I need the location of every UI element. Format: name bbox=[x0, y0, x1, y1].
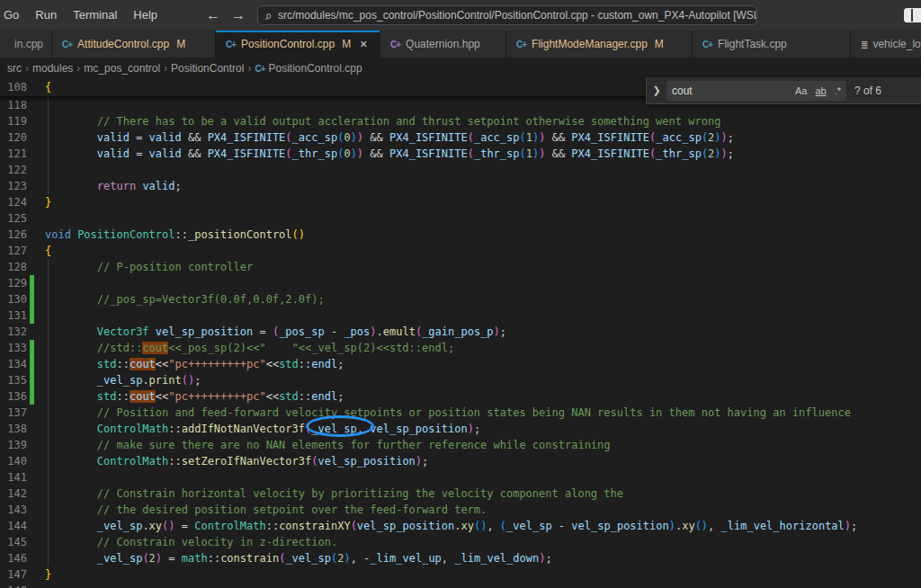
code-line[interactable]: 125 bbox=[0, 210, 921, 227]
line-number[interactable]: 123 bbox=[0, 178, 27, 194]
code-line[interactable]: 136 std::cout<<"pc+++++++++pc"<<std::end… bbox=[0, 388, 921, 405]
code-line[interactable]: 139 // make sure there are no NAN elemen… bbox=[0, 437, 921, 453]
code-line[interactable]: 140 ControlMath::setZeroIfNanVector3f(ve… bbox=[0, 453, 921, 469]
line-number[interactable]: 141 bbox=[0, 469, 27, 486]
back-arrow-icon[interactable]: ← bbox=[205, 7, 221, 23]
code-line[interactable]: 126void PositionControl::_positionContro… bbox=[0, 227, 921, 243]
match-case-toggle[interactable]: Aa bbox=[795, 85, 807, 96]
menu-terminal[interactable]: Terminal bbox=[65, 0, 125, 31]
gutter-change-bar bbox=[30, 340, 34, 356]
code-line[interactable]: 133 //std::cout<<_pos_sp(2)<<" "<<_vel_s… bbox=[0, 340, 921, 356]
code-line[interactable]: 130 //_pos_sp=Vector3f(0.0f,0.0f,2.0f); bbox=[0, 291, 921, 307]
code-line[interactable]: 127{ bbox=[0, 243, 921, 259]
line-number[interactable]: 121 bbox=[0, 146, 27, 162]
code-line[interactable]: 143 // the desired position setpoint ove… bbox=[0, 502, 921, 518]
tab-vehicle-local-pos[interactable]: ≣vehicle_local_pos bbox=[851, 31, 921, 58]
line-number[interactable]: 142 bbox=[0, 486, 27, 502]
code-line[interactable]: 135 _vel_sp.print(); bbox=[0, 372, 921, 388]
layout-panel-icon[interactable] bbox=[904, 8, 921, 22]
code-line[interactable]: 146 _vel_sp(2) = math::constrain(_vel_sp… bbox=[0, 550, 921, 566]
line-number[interactable]: 144 bbox=[0, 518, 27, 534]
line-number[interactable]: 146 bbox=[0, 550, 27, 566]
code-text: Vector3f vel_sp_position = (_pos_sp - _p… bbox=[45, 324, 506, 340]
code-line[interactable]: 129 bbox=[0, 275, 921, 291]
breadcrumb-item-mc_pos_control[interactable]: mc_pos_control bbox=[84, 62, 160, 75]
code-line[interactable]: 144 _vel_sp.xy() = ControlMath::constrai… bbox=[0, 518, 921, 534]
line-number[interactable]: 126 bbox=[0, 227, 27, 243]
line-number[interactable]: 140 bbox=[0, 453, 27, 469]
line-number[interactable]: 138 bbox=[0, 421, 27, 437]
line-number[interactable]: 137 bbox=[0, 405, 27, 421]
file-type-icon: C+ bbox=[62, 40, 72, 49]
code-line[interactable]: 147} bbox=[0, 566, 921, 583]
line-number[interactable]: 125 bbox=[0, 210, 27, 227]
code-line[interactable]: 131 bbox=[0, 307, 921, 324]
tab-label: vehicle_local_pos bbox=[872, 38, 921, 50]
breadcrumb-file[interactable]: PositionControl.cpp bbox=[269, 62, 362, 75]
code-line[interactable]: 134 std::cout<<"pc+++++++++pc"<<std::end… bbox=[0, 356, 921, 372]
tab-quaternion-hpp[interactable]: C+Quaternion.hpp bbox=[380, 31, 506, 58]
toggle-replace-chevron-icon[interactable]: ❯ bbox=[650, 85, 663, 96]
line-number[interactable]: 130 bbox=[0, 291, 27, 307]
code-lines: 118119 // There has to be a valid output… bbox=[0, 97, 921, 588]
line-number[interactable]: 143 bbox=[0, 502, 27, 518]
code-line[interactable]: 121 valid = valid && PX4_ISFINITE(_thr_s… bbox=[0, 146, 921, 162]
code-line[interactable]: 145 // Constrain velocity in z-direction… bbox=[0, 534, 921, 550]
forward-arrow-icon[interactable]: → bbox=[230, 7, 246, 23]
code-editor[interactable]: 108{ 118119 // There has to be a valid o… bbox=[0, 79, 921, 588]
breadcrumb-item-PositionControl[interactable]: PositionControl bbox=[171, 62, 244, 75]
line-number[interactable]: 134 bbox=[0, 356, 27, 372]
line-number[interactable]: 108 bbox=[0, 79, 27, 96]
tab-positioncontrol-cpp[interactable]: C+PositionControl.cppM× bbox=[216, 31, 380, 58]
line-number[interactable]: 122 bbox=[0, 162, 27, 178]
code-line[interactable]: 138 ControlMath::addIfNotNanVector3f(_ve… bbox=[0, 421, 921, 437]
menu-go[interactable]: Go bbox=[0, 0, 27, 31]
breadcrumb-item-modules[interactable]: modules bbox=[32, 62, 73, 75]
breadcrumb-item-src[interactable]: src bbox=[7, 62, 22, 75]
tab-attitudecontrol-cpp[interactable]: C+AttitudeControl.cppM bbox=[52, 31, 216, 58]
line-number[interactable]: 132 bbox=[0, 324, 27, 340]
line-number[interactable]: 124 bbox=[0, 194, 27, 210]
tab-flightmodemanager-cpp[interactable]: C+FlightModeManager.cppM bbox=[506, 31, 693, 58]
code-line[interactable]: 128 // P-position controller bbox=[0, 259, 921, 275]
code-line[interactable]: 120 valid = valid && PX4_ISFINITE(_acc_s… bbox=[0, 129, 921, 146]
line-number[interactable]: 139 bbox=[0, 437, 27, 453]
code-text: _vel_sp.print(); bbox=[45, 372, 201, 388]
menu-help[interactable]: Help bbox=[125, 0, 165, 31]
menu-run[interactable]: Run bbox=[27, 0, 65, 31]
gutter-change-bar bbox=[30, 550, 34, 566]
gutter-change-bar bbox=[30, 146, 34, 162]
code-text: void PositionControl::_positionControl() bbox=[45, 227, 305, 243]
line-number[interactable]: 145 bbox=[0, 534, 27, 550]
line-number[interactable]: 128 bbox=[0, 259, 27, 275]
code-line[interactable]: 148 bbox=[0, 583, 921, 588]
gutter-change-bar bbox=[30, 243, 34, 259]
line-number[interactable]: 129 bbox=[0, 275, 27, 291]
code-line[interactable]: 122 bbox=[0, 162, 921, 178]
code-line[interactable]: 119 // There has to be a valid output ac… bbox=[0, 113, 921, 129]
line-number[interactable]: 135 bbox=[0, 372, 27, 388]
file-type-icon: ≣ bbox=[861, 40, 867, 49]
code-line[interactable]: 132 Vector3f vel_sp_position = (_pos_sp … bbox=[0, 324, 921, 340]
close-icon[interactable]: × bbox=[360, 37, 367, 51]
line-number[interactable]: 136 bbox=[0, 388, 27, 405]
code-line[interactable]: 141 bbox=[0, 469, 921, 486]
line-number[interactable]: 118 bbox=[0, 97, 27, 113]
code-line[interactable]: 123 return valid; bbox=[0, 178, 921, 194]
whole-word-toggle[interactable]: ab bbox=[815, 85, 826, 96]
code-line[interactable]: 124} bbox=[0, 194, 921, 210]
code-line[interactable]: 137 // Position and feed-forward velocit… bbox=[0, 405, 921, 421]
find-input[interactable]: cout Aa ab .* bbox=[666, 81, 846, 101]
tab-in-cpp[interactable]: in.cpp bbox=[0, 31, 52, 58]
line-number[interactable]: 131 bbox=[0, 307, 27, 324]
line-number[interactable]: 120 bbox=[0, 129, 27, 146]
line-number[interactable]: 119 bbox=[0, 113, 27, 129]
regex-toggle[interactable]: .* bbox=[835, 85, 841, 96]
code-line[interactable]: 142 // Constrain horizontal velocity by … bbox=[0, 486, 921, 502]
line-number[interactable]: 147 bbox=[0, 566, 27, 583]
line-number[interactable]: 133 bbox=[0, 340, 27, 356]
command-center-search[interactable]: ⌕ src/modules/mc_pos_control/PositionCon… bbox=[257, 5, 757, 25]
tab-flighttask-cpp[interactable]: C+FlightTask.cpp bbox=[693, 31, 851, 58]
line-number[interactable]: 148 bbox=[0, 583, 27, 588]
line-number[interactable]: 127 bbox=[0, 243, 27, 259]
